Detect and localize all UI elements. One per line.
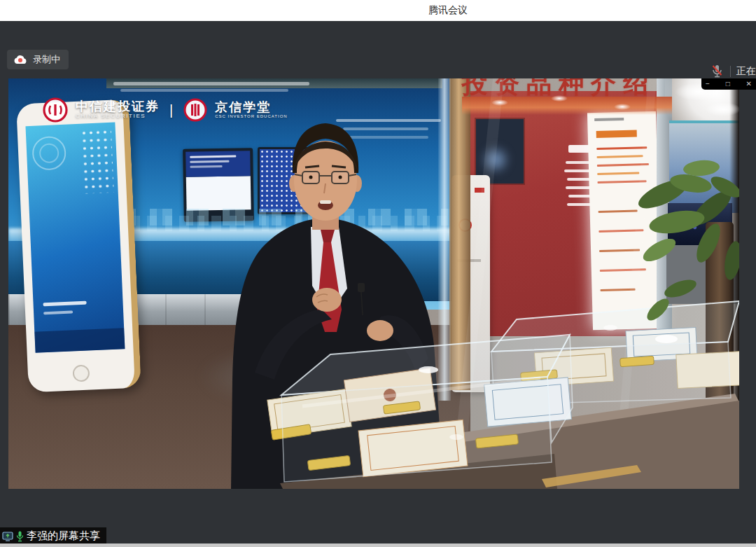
recording-badge[interactable]: 录制中 [7,50,69,69]
cloud-recording-icon [13,55,27,64]
china-securities-logo-icon [42,97,69,123]
status-area: 正在 [711,63,756,80]
brand2-cn: 京信学堂 [215,101,287,114]
meeting-app-surface: 录制中 正在 [0,21,756,547]
brand-separator: | [169,102,173,118]
shared-screen-video: 投资品种介绍 [8,78,739,489]
window-title: 腾讯会议 [428,4,468,17]
brand2-text: 京信学堂 CSC INVESTOR EDUCATION [215,101,287,118]
recording-label: 录制中 [33,53,60,66]
bottom-window-edge [0,543,756,547]
microphone-active-icon [16,531,24,542]
status-text: 正在 [736,65,756,78]
microphone-muted-icon[interactable] [711,64,723,78]
status-divider [730,66,731,77]
brand2-en: CSC INVESTOR EDUCATION [215,114,287,118]
brand1-en: CHINA SECURITIES [76,113,160,119]
video-window-controls: − □ ✕ [701,78,756,90]
scene-foreground [8,78,739,489]
lavalier-mic [358,283,365,292]
screen-share-icon [2,532,13,541]
minimize-button[interactable]: − [706,78,710,90]
close-button[interactable]: ✕ [746,78,752,90]
plant-leaves [635,159,739,324]
investor-education-logo-icon [183,97,208,123]
restore-button[interactable]: □ [726,78,730,90]
brand1-cn: 中信建投证券 [76,100,160,113]
screen-share-label: 李强的屏幕共享 [27,529,100,543]
titlebar: 腾讯会议 [0,0,756,21]
left-hand [367,320,393,341]
brand-watermark: 中信建投证券 CHINA SECURITIES | 京信学堂 CSC INVES… [42,97,288,123]
brand1-text: 中信建投证券 CHINA SECURITIES [76,100,160,119]
right-fist [312,288,342,312]
